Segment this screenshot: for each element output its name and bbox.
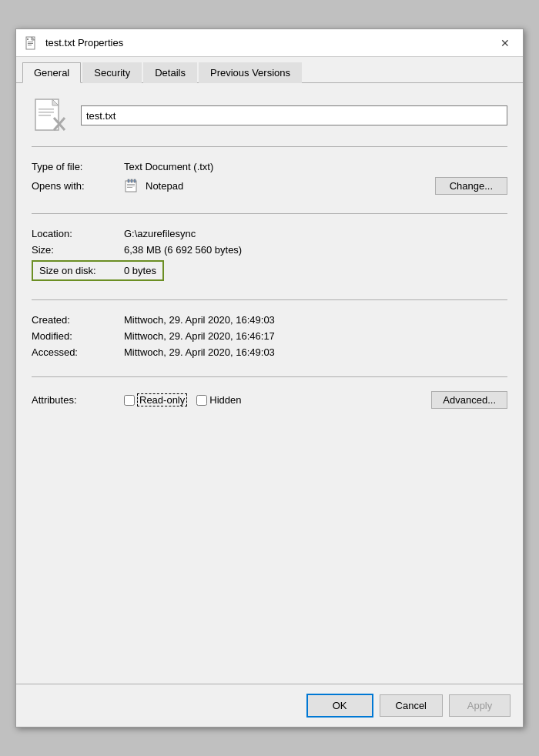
location-section: Location: G:\azurefilesync Size: 6,38 MB…: [32, 222, 507, 292]
modified-label: Modified:: [32, 330, 124, 342]
tab-previous-versions[interactable]: Previous Versions: [199, 62, 302, 83]
size-on-disk-value: 0 bytes: [124, 265, 156, 276]
tab-bar: General Security Details Previous Versio…: [16, 57, 523, 83]
readonly-label: Read-only: [137, 393, 187, 406]
size-on-disk-container: Size on disk: 0 bytes: [32, 260, 507, 281]
type-value: Text Document (.txt): [124, 161, 507, 172]
hidden-wrapper: Hidden: [196, 394, 241, 406]
opens-with-content: Notepad Change...: [124, 177, 507, 195]
svg-rect-16: [131, 179, 132, 182]
readonly-wrapper: Read-only: [124, 393, 187, 406]
title-bar: test.txt Properties ✕: [16, 29, 523, 57]
cancel-button[interactable]: Cancel: [380, 694, 443, 717]
divider-1: [32, 146, 507, 147]
bottom-bar: OK Cancel Apply: [16, 684, 523, 727]
opens-with-label: Opens with:: [32, 180, 124, 192]
type-section: Type of file: Text Document (.txt) Opens…: [32, 155, 507, 206]
notepad-icon: [124, 179, 139, 194]
divider-3: [32, 299, 507, 300]
opens-with-app: Notepad: [146, 180, 183, 192]
divider-4: [32, 376, 507, 377]
svg-rect-18: [127, 184, 135, 185]
created-label: Created:: [32, 314, 124, 326]
tab-content-general: Type of file: Text Document (.txt) Opens…: [16, 83, 523, 684]
location-row: Location: G:\azurefilesync: [32, 228, 507, 239]
location-label: Location:: [32, 228, 124, 239]
svg-rect-15: [128, 179, 129, 182]
properties-window: test.txt Properties ✕ General Security D…: [15, 28, 524, 728]
change-button[interactable]: Change...: [435, 177, 507, 195]
advanced-button[interactable]: Advanced...: [431, 391, 507, 409]
size-on-disk-row: Size on disk: 0 bytes: [32, 260, 164, 281]
modified-value: Mittwoch, 29. April 2020, 16:46:17: [124, 330, 507, 342]
tab-general[interactable]: General: [22, 62, 81, 83]
attributes-content: Read-only Hidden Advanced...: [124, 391, 507, 409]
svg-rect-9: [38, 109, 54, 110]
apply-button[interactable]: Apply: [449, 694, 511, 717]
close-button[interactable]: ✕: [494, 34, 517, 52]
size-row: Size: 6,38 MB (6 692 560 bytes): [32, 244, 507, 256]
svg-rect-19: [127, 186, 135, 186]
window-title: test.txt Properties: [45, 37, 123, 49]
attributes-row: Attributes: Read-only Hidden Advanced...: [32, 391, 507, 409]
accessed-row: Accessed: Mittwoch, 29. April 2020, 16:4…: [32, 346, 507, 358]
hidden-checkbox[interactable]: [196, 395, 207, 406]
svg-rect-10: [38, 112, 54, 113]
size-value: 6,38 MB (6 692 560 bytes): [124, 244, 507, 256]
window-icon: [24, 35, 39, 51]
created-row: Created: Mittwoch, 29. April 2020, 16:49…: [32, 314, 507, 326]
modified-row: Modified: Mittwoch, 29. April 2020, 16:4…: [32, 330, 507, 342]
attributes-label: Attributes:: [32, 394, 124, 406]
type-row: Type of file: Text Document (.txt): [32, 161, 507, 172]
tab-security[interactable]: Security: [82, 62, 142, 83]
svg-rect-11: [38, 115, 51, 116]
hidden-label: Hidden: [209, 394, 241, 406]
svg-rect-3: [28, 43, 33, 44]
location-value: G:\azurefilesync: [124, 228, 507, 239]
accessed-label: Accessed:: [32, 346, 124, 358]
ok-button[interactable]: OK: [306, 694, 373, 718]
file-header: [32, 97, 507, 134]
type-label: Type of file:: [32, 161, 124, 172]
svg-rect-2: [28, 42, 33, 42]
file-icon: [32, 97, 69, 134]
created-value: Mittwoch, 29. April 2020, 16:49:03: [124, 314, 507, 326]
accessed-value: Mittwoch, 29. April 2020, 16:49:03: [124, 346, 507, 358]
svg-rect-4: [28, 45, 32, 45]
attributes-section: Attributes: Read-only Hidden Advanced...: [32, 385, 507, 420]
divider-2: [32, 213, 507, 214]
tab-details[interactable]: Details: [143, 62, 197, 83]
size-on-disk-label: Size on disk:: [39, 265, 124, 276]
size-label: Size:: [32, 244, 124, 256]
svg-rect-20: [127, 187, 132, 188]
readonly-checkbox[interactable]: [124, 395, 135, 406]
title-bar-left: test.txt Properties: [24, 35, 123, 51]
opens-with-row: Opens with: Notepad Change...: [32, 177, 507, 195]
svg-rect-17: [134, 179, 136, 182]
dates-section: Created: Mittwoch, 29. April 2020, 16:49…: [32, 308, 507, 369]
file-name-input[interactable]: [81, 105, 507, 125]
